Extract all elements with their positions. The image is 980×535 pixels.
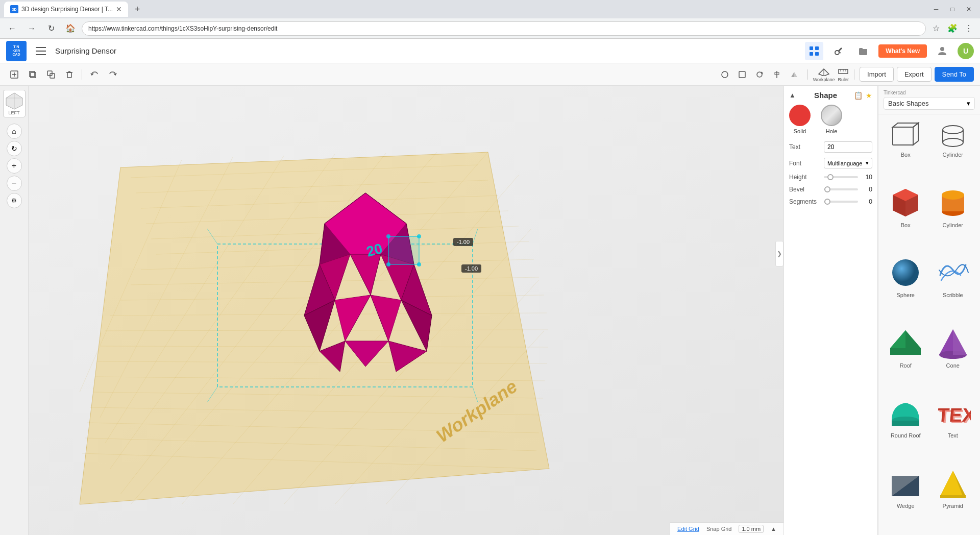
hole-label: Hole xyxy=(826,128,838,134)
menu-button[interactable]: ⋮ xyxy=(962,21,976,36)
orbit-button[interactable]: ↻ xyxy=(7,141,22,156)
bevel-slider[interactable] xyxy=(824,188,858,190)
shape-item-cone[interactable]: Cone xyxy=(931,323,975,390)
grid-view-button[interactable] xyxy=(805,42,823,60)
extensions-button[interactable]: 🧩 xyxy=(945,21,960,36)
tab-favicon: 3D xyxy=(10,5,18,13)
redo-button[interactable] xyxy=(105,66,121,83)
height-slider-thumb xyxy=(827,174,834,180)
files-button[interactable] xyxy=(854,42,872,60)
box-select-tool[interactable] xyxy=(734,66,750,83)
edit-grid-label[interactable]: Edit Grid xyxy=(677,526,699,532)
zoom-out-button[interactable]: − xyxy=(7,176,22,191)
refresh-button[interactable]: ↻ xyxy=(43,20,59,37)
text-input[interactable]: 20 xyxy=(824,141,872,153)
header-right: What's New U xyxy=(805,42,974,60)
snap-grid-value[interactable]: 1.0 mm xyxy=(739,525,764,533)
duplicate-button[interactable] xyxy=(43,66,59,83)
zoom-in-button[interactable]: + xyxy=(7,158,22,174)
shape-scribble-label: Scribble xyxy=(943,292,963,298)
minimize-button[interactable]: ─ xyxy=(929,2,943,16)
whats-new-button[interactable]: What's New xyxy=(878,44,927,58)
close-button[interactable]: ✕ xyxy=(962,2,976,16)
svg-rect-2 xyxy=(36,47,46,48)
viewport[interactable]: Workplane xyxy=(29,86,783,535)
shape-item-pyramid[interactable]: Pyramid xyxy=(931,463,975,530)
new-design-button[interactable] xyxy=(6,66,22,83)
bevel-slider-thumb xyxy=(824,186,830,192)
rotate-tool[interactable] xyxy=(751,66,768,83)
browser-tab[interactable]: 3D 3D design Surprising Densor | T... ✕ xyxy=(4,2,128,17)
maximize-button[interactable]: □ xyxy=(945,2,960,16)
settings-button[interactable]: ⚙ xyxy=(7,193,22,208)
tab-close-btn[interactable]: ✕ xyxy=(116,5,122,13)
shape-item-roof[interactable]: Roof xyxy=(884,323,928,390)
bookmark-button[interactable]: ☆ xyxy=(929,21,943,36)
svg-rect-7 xyxy=(810,52,813,56)
svg-marker-85 xyxy=(335,295,371,341)
svg-point-123 xyxy=(892,259,919,286)
shape-copy-icon[interactable]: 📋 xyxy=(854,91,863,100)
workplane-tool[interactable]: Workplane xyxy=(813,67,835,82)
svg-point-113 xyxy=(943,138,963,147)
svg-point-106 xyxy=(417,234,421,238)
shape-pyramid-label: Pyramid xyxy=(943,503,963,509)
snap-grid-label: Snap Grid xyxy=(706,526,732,532)
font-dropdown[interactable]: Multilanguage ▾ xyxy=(824,158,872,168)
svg-point-105 xyxy=(386,234,390,238)
svg-rect-8 xyxy=(815,52,819,56)
export-button[interactable]: Export xyxy=(897,67,932,82)
tab-title: 3D design Surprising Densor | T... xyxy=(21,6,113,13)
shape-item-round-roof[interactable]: Round Roof xyxy=(884,393,928,460)
solid-button[interactable]: Solid xyxy=(789,105,811,134)
shape-item-text-3d[interactable]: TEXT TEXT Text xyxy=(931,393,975,460)
align-tool[interactable] xyxy=(769,66,785,83)
shape-item-cylinder-outline[interactable]: Cylinder xyxy=(931,119,975,179)
shape-cone-label: Cone xyxy=(946,362,960,369)
hole-button[interactable]: Hole xyxy=(821,105,842,134)
shapes-category-dropdown[interactable]: Basic Shapes ▾ xyxy=(884,97,975,110)
shape-star-icon[interactable]: ★ xyxy=(866,91,872,100)
svg-rect-19 xyxy=(67,72,71,78)
select-tool[interactable] xyxy=(717,66,733,83)
shape-item-sphere[interactable]: Sphere xyxy=(884,252,928,320)
segments-value: 0 xyxy=(862,198,872,205)
segments-slider[interactable] xyxy=(824,201,858,203)
app-logo: TINKERCAD xyxy=(6,41,27,61)
height-slider[interactable] xyxy=(824,176,858,178)
tools-button[interactable] xyxy=(829,42,848,60)
new-tab-button[interactable]: + xyxy=(130,2,144,16)
shape-text-label: Text xyxy=(948,432,958,439)
svg-marker-91 xyxy=(388,341,427,372)
shape-box-label: Box xyxy=(901,222,911,228)
delete-button[interactable] xyxy=(61,66,78,83)
copy-button[interactable] xyxy=(24,66,41,83)
send-to-button[interactable]: Send To xyxy=(935,67,974,82)
back-button[interactable]: ← xyxy=(4,20,20,37)
hamburger-button[interactable] xyxy=(33,43,49,59)
address-bar[interactable]: https://www.tinkercad.com/things/1cXS3so… xyxy=(82,21,926,36)
solid-hole-selector: Solid Hole xyxy=(789,105,872,134)
mirror-tool[interactable] xyxy=(786,66,802,83)
app-toolbar: Workplane Ruler Import Export Send To xyxy=(0,63,980,86)
shape-panel-collapse[interactable]: ▲ xyxy=(789,91,797,100)
shape-item-scribble[interactable]: Scribble xyxy=(931,252,975,320)
snap-grid-arrow[interactable]: ▲ xyxy=(771,526,776,532)
home-button[interactable]: 🏠 xyxy=(62,20,79,37)
import-button[interactable]: Import xyxy=(860,67,894,82)
shape-item-cylinder[interactable]: Cylinder xyxy=(931,182,975,250)
shape-item-wedge[interactable]: Wedge xyxy=(884,463,928,530)
home-view-button[interactable]: ⌂ xyxy=(7,124,22,139)
user-avatar[interactable]: U xyxy=(958,43,974,59)
shape-item-box-outline[interactable]: Box xyxy=(884,119,928,179)
shape-item-box[interactable]: Box xyxy=(884,182,928,250)
ruler-tool[interactable]: Ruler xyxy=(838,67,849,82)
measurement-1: -1.00 xyxy=(453,238,473,246)
3d-shape: 20 xyxy=(279,183,457,377)
view-cube[interactable]: LEFT xyxy=(3,90,26,117)
forward-button[interactable]: → xyxy=(23,20,40,37)
undo-button[interactable] xyxy=(86,66,103,83)
user-button[interactable] xyxy=(933,42,951,60)
shape-tools xyxy=(717,66,802,83)
segments-prop-label: Segments xyxy=(789,198,820,205)
